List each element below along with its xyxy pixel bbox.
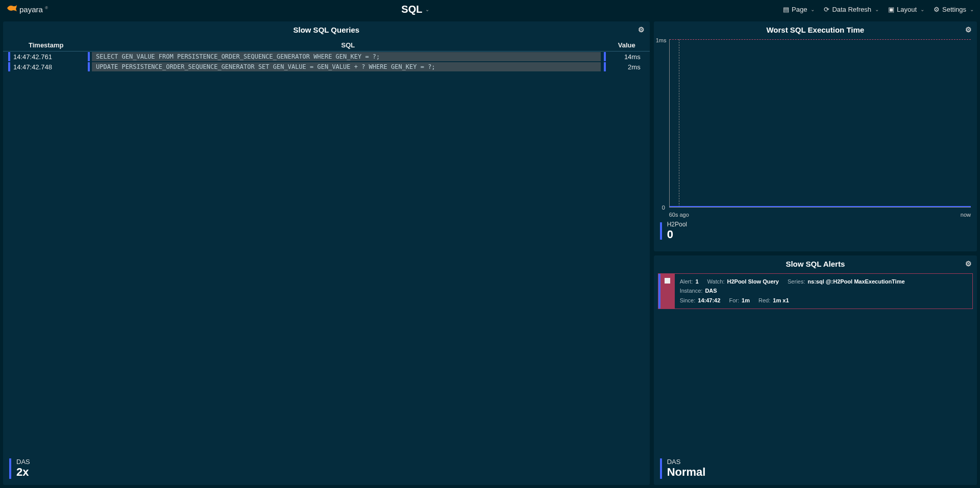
panel-gear-icon[interactable]: ⚙ [638, 25, 645, 34]
table-row[interactable]: 14:47:42.761 SELECT GEN_VALUE FROM PERSI… [3, 52, 650, 62]
chart: 1ms 0 [669, 39, 971, 208]
val-accent [604, 62, 606, 71]
chevron-down-icon: ⌄ [425, 7, 429, 12]
panel-title: Worst SQL Execution Time ⚙ [654, 21, 977, 39]
header-menus: ▤ Page ⌄ ⟳ Data Refresh ⌄ ▣ Layout ⌄ ⚙ S… [783, 6, 974, 13]
cell-timestamp: 14:47:42.761 [13, 53, 85, 61]
instance-label: Instance: [680, 288, 703, 294]
page-icon: ▤ [783, 6, 789, 13]
alert-stop-button[interactable] [660, 274, 675, 309]
row-accent [8, 62, 10, 71]
footer-accent [660, 458, 662, 479]
footer-value: Normal [667, 466, 706, 479]
threshold-line [670, 39, 971, 40]
slow-sql-alerts-panel: Slow SQL Alerts ⚙ Alert: 1 Watch: H2Pool… [654, 255, 977, 485]
footer-text: DAS Normal [667, 458, 706, 479]
x-axis-left-label: 60s ago [669, 212, 689, 218]
chart-legend: H2Pool 0 [660, 221, 971, 241]
layout-menu-label: Layout [897, 6, 917, 13]
right-column: Worst SQL Execution Time ⚙ 1ms 0 60s ago… [654, 21, 977, 485]
legend-accent [660, 222, 662, 240]
panel-title-text: Slow SQL Alerts [786, 260, 845, 268]
slow-sql-queries-panel: Slow SQL Queries ⚙ Timestamp SQL Value 1… [3, 21, 650, 485]
sql-accent [88, 62, 90, 71]
since-label: Since: [680, 297, 696, 303]
payara-fish-icon [6, 4, 17, 15]
since-value: 14:47:42 [698, 297, 720, 303]
logo: payara ® [6, 4, 48, 15]
table-header: Timestamp SQL Value [3, 39, 650, 51]
cell-value: 2ms [609, 63, 645, 71]
y-axis-top-label: 1ms [656, 37, 667, 43]
page-menu[interactable]: ▤ Page ⌄ [783, 6, 815, 13]
watch-value: H2Pool Slow Query [727, 278, 779, 285]
logo-text: payara [19, 5, 43, 14]
page-title-dropdown[interactable]: SQL ⌄ [48, 4, 783, 15]
footer-label: DAS [16, 458, 30, 466]
cell-sql: SELECT GEN_VALUE FROM PERSISTENCE_ORDER_… [92, 52, 601, 61]
panel-footer: DAS 2x [3, 454, 650, 485]
chevron-down-icon: ⌄ [811, 7, 815, 12]
legend-series-name: H2Pool [667, 221, 687, 228]
page-menu-label: Page [792, 6, 807, 13]
sql-accent [88, 52, 90, 61]
alert-label: Alert: [680, 278, 693, 285]
vertical-marker [679, 39, 679, 207]
for-value: 1m [742, 297, 750, 303]
x-axis: 60s ago now [669, 212, 971, 218]
content-area: Slow SQL Queries ⚙ Timestamp SQL Value 1… [0, 18, 980, 488]
row-accent [8, 52, 10, 61]
alert-item[interactable]: Alert: 1 Watch: H2Pool Slow Query Series… [658, 273, 973, 309]
alert-body: Alert: 1 Watch: H2Pool Slow Query Series… [675, 274, 972, 309]
footer-text: DAS 2x [16, 458, 30, 479]
chart-plot-area [669, 39, 971, 208]
panel-gear-icon[interactable]: ⚙ [965, 260, 972, 268]
data-refresh-menu[interactable]: ⟳ Data Refresh ⌄ [824, 6, 879, 13]
footer-accent [9, 458, 11, 479]
panel-footer: DAS Normal [654, 454, 977, 485]
panel-gear-icon[interactable]: ⚙ [965, 25, 972, 34]
footer-label: DAS [667, 458, 706, 466]
settings-menu[interactable]: ⚙ Settings ⌄ [934, 6, 974, 13]
series-line-h2pool [670, 206, 971, 207]
layout-menu[interactable]: ▣ Layout ⌄ [888, 6, 924, 13]
cell-sql: UPDATE PERSISTENCE_ORDER_SEQUENCE_GENERA… [92, 62, 601, 71]
cell-sql-wrap: UPDATE PERSISTENCE_ORDER_SEQUENCE_GENERA… [88, 62, 606, 71]
stop-icon [665, 278, 670, 284]
panel-title-text: Worst SQL Execution Time [766, 25, 864, 34]
gear-icon: ⚙ [934, 6, 940, 13]
watch-label: Watch: [707, 278, 725, 285]
table-body: 14:47:42.761 SELECT GEN_VALUE FROM PERSI… [3, 51, 650, 72]
cell-timestamp: 14:47:42.748 [13, 63, 85, 71]
legend-text: H2Pool 0 [667, 221, 687, 241]
legend-series-value: 0 [667, 228, 687, 241]
column-value: Value [604, 41, 645, 49]
settings-menu-label: Settings [942, 6, 966, 13]
worst-sql-execution-panel: Worst SQL Execution Time ⚙ 1ms 0 60s ago… [654, 21, 977, 251]
cell-sql-wrap: SELECT GEN_VALUE FROM PERSISTENCE_ORDER_… [88, 52, 606, 61]
layout-icon: ▣ [888, 6, 894, 13]
panel-title: Slow SQL Alerts ⚙ [654, 255, 977, 273]
page-title: SQL [401, 4, 422, 15]
series-value: ns:sql @:H2Pool MaxExecutionTime [807, 278, 904, 285]
data-refresh-label: Data Refresh [832, 6, 871, 13]
instance-value: DAS [705, 288, 717, 294]
table-row[interactable]: 14:47:42.748 UPDATE PERSISTENCE_ORDER_SE… [3, 62, 650, 72]
x-axis-right-label: now [961, 212, 971, 218]
panel-title-text: Slow SQL Queries [293, 25, 359, 34]
y-axis-bottom-label: 0 [662, 204, 665, 211]
column-sql: SQL [92, 41, 604, 49]
column-timestamp: Timestamp [8, 41, 92, 49]
val-accent [604, 52, 606, 61]
red-label: Red: [758, 297, 770, 303]
cell-value: 14ms [609, 53, 645, 61]
for-label: For: [729, 297, 739, 303]
chevron-down-icon: ⌄ [920, 7, 924, 12]
panel-title: Slow SQL Queries ⚙ [3, 21, 650, 39]
chevron-down-icon: ⌄ [970, 7, 974, 12]
refresh-icon: ⟳ [824, 6, 829, 13]
footer-value: 2x [16, 466, 30, 479]
alert-value: 1 [695, 278, 698, 285]
chevron-down-icon: ⌄ [875, 7, 879, 12]
red-value: 1m x1 [773, 297, 789, 303]
